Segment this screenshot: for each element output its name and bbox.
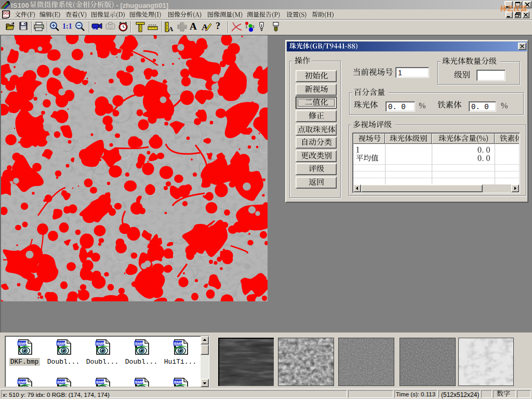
svg-text:BMP: BMP	[96, 380, 105, 384]
svg-text:A: A	[202, 22, 208, 32]
svg-text:BMP: BMP	[57, 380, 66, 384]
svg-text:DOC: DOC	[3, 11, 10, 15]
svg-text:BMP: BMP	[96, 341, 105, 346]
svg-text:1: 1	[245, 24, 248, 29]
svg-text:BMP: BMP	[18, 380, 27, 384]
svg-text:BMP: BMP	[174, 380, 183, 384]
svg-text:BMP: BMP	[135, 341, 144, 346]
svg-text:BMP: BMP	[18, 341, 27, 346]
svg-text:A: A	[168, 25, 174, 33]
svg-text:BMP: BMP	[174, 341, 183, 346]
svg-text:BMP: BMP	[135, 380, 144, 384]
svg-text:BMP: BMP	[57, 341, 66, 346]
